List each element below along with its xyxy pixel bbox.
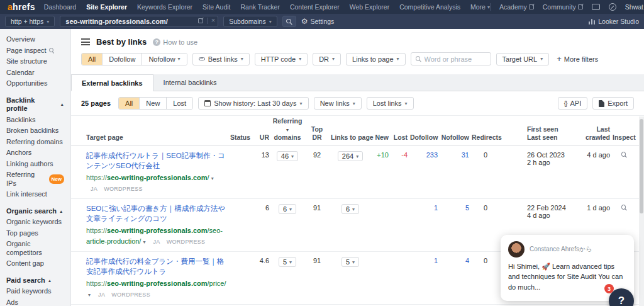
col-status[interactable]: Status [228,133,250,142]
sidebar-item[interactable]: Overview [0,34,70,45]
dr-dropdown[interactable]: DR [313,53,341,65]
sidebar-item[interactable]: Top pages [0,228,70,239]
sidebar-item[interactable]: Organic competitors [0,239,70,258]
referring-domains-dropdown[interactable]: 6 [279,204,296,214]
ahrefs-logo[interactable]: ahrefs [8,2,35,12]
sidebar-item[interactable]: Paid search [0,275,70,286]
sidebar-item[interactable]: Content gap [0,258,70,269]
topnav-item[interactable]: Rank Tracker [240,3,279,11]
topnav-item[interactable]: Site Explorer [86,3,127,11]
sidebar-item[interactable]: Opportunities [0,78,70,89]
export-button[interactable]: Export [592,97,634,110]
target-page-link[interactable]: 記事作成代行の料金プラン・費用一覧｜格安記事作成代行ウルトラ [86,257,228,276]
devices-icon[interactable] [592,4,600,10]
topnav-item[interactable]: Content Explorer [290,3,340,11]
dofollow-count[interactable]: 233 [426,151,438,159]
sidebar-item[interactable]: Backlink profile [0,95,70,115]
sidebar-item[interactable]: Broken backlinks [0,125,70,137]
topnav-item[interactable]: Site Audit [203,3,230,11]
mode-dropdown[interactable]: Subdomains [223,16,277,27]
col-lost[interactable]: Lost [389,133,408,142]
links-to-page-dropdown[interactable]: 6 [341,204,359,214]
lost-links-dropdown[interactable]: Lost links [367,97,414,110]
inspect-icon[interactable] [621,205,627,210]
col-target-page[interactable]: Target page [86,133,228,142]
inspect-icon[interactable] [621,152,627,157]
sidebar-item[interactable]: Calendar [0,67,70,79]
looker-studio-link[interactable]: Looker Studio [589,18,639,25]
sidebar-item[interactable]: Site structure [0,56,70,67]
sidebar-item[interactable]: Ads [0,297,70,306]
sidebar-item[interactable]: Organic keywords [0,217,70,228]
topnav-item[interactable]: Dashboard [44,3,76,11]
sidebar-item[interactable]: Link intersect [0,189,70,200]
links-to-page-filter-dropdown[interactable]: Links to page [346,53,405,65]
filter-all-button[interactable]: All [82,54,103,65]
target-input[interactable] [60,16,218,27]
col-new[interactable]: New [370,133,389,142]
toolbar-lost-button[interactable]: Lost [167,98,192,109]
col-ur[interactable]: UR [250,133,269,142]
col-dofollow[interactable]: Dofollow [408,133,438,142]
toolbar-all-button[interactable]: All [119,98,140,109]
topnav-item[interactable]: Keywords Explorer [137,3,192,11]
chevron-down-icon[interactable] [88,292,91,298]
sidebar-item[interactable]: Referring IPs New [0,169,70,189]
how-to-use-link[interactable]: How to use [153,38,197,46]
chevron-down-icon[interactable] [143,239,145,245]
col-top-dr[interactable]: Top DR [303,125,328,142]
account-menu[interactable]: Shwat Co., Ltd. [625,3,644,11]
sidebar-item[interactable]: Backlinks [0,115,70,126]
settings-button[interactable]: ⚙ Settings [301,17,335,26]
filter-dofollow-button[interactable]: Dofollow [103,54,142,65]
topnav-item[interactable]: Competitive Analysis [399,3,460,11]
show-history-dropdown[interactable]: Show history: Last 30 days [198,97,308,110]
target-url-dropdown[interactable]: Target URL [496,53,550,65]
sidebar-item[interactable]: Page inspect [0,45,70,57]
sidebar-item[interactable]: Anchors [0,147,70,159]
col-redirects[interactable]: Redirects [469,133,499,142]
sidebar-item[interactable]: Linking authors [0,159,70,170]
toolbar-new-button[interactable]: New [140,98,167,109]
target-url-link[interactable]: https://seo-writing-professionals.com/pr… [86,280,226,287]
links-to-page-dropdown[interactable]: 264 [338,151,363,161]
protocol-dropdown[interactable]: http + https [5,16,55,27]
open-in-new-tab-icon[interactable] [198,18,203,23]
academy-link[interactable]: Academy [499,3,534,11]
http-code-dropdown[interactable]: HTTP code [255,53,308,65]
search-button[interactable] [282,16,296,27]
referring-domains-dropdown[interactable]: 5 [279,257,296,267]
scrollbar-thumb[interactable] [640,119,643,213]
referring-domains-dropdown[interactable]: 46 [277,151,298,161]
sidebar-item[interactable]: Referring domains [0,137,70,148]
vertical-scrollbar[interactable] [639,116,644,306]
target-page-link[interactable]: SEOに強い記事の書き方｜構成作成方法や文章ライティングのコツ [86,204,228,224]
menu-icon[interactable] [81,38,90,45]
community-link[interactable]: Community [543,3,583,11]
col-referring-domains[interactable]: Referring domains [269,117,303,142]
target-url-link[interactable]: https://seo-writing-professionals.com/ [86,174,209,181]
best-links-dropdown[interactable]: Best links [192,53,250,65]
filter-nofollow-dropdown[interactable]: Nofollow [142,54,186,65]
col-first-last-seen[interactable]: First seen Last seen [522,125,575,142]
new-links-dropdown[interactable]: New links [314,97,362,110]
tab-internal-backlinks[interactable]: Internal backlinks [153,74,227,91]
tab-external-backlinks[interactable]: External backlinks [71,74,153,91]
word-phrase-input[interactable] [425,55,486,63]
more-filters-button[interactable]: More filters [557,55,598,63]
sidebar-item[interactable]: Paid keywords [0,286,70,297]
topnav-item[interactable]: More [470,3,490,11]
col-nofollow[interactable]: Nofollow [438,133,469,142]
sidebar: Overview Page inspect Site structure C [0,29,71,306]
col-last-crawled[interactable]: Last crawled [575,125,610,142]
nofollow-count[interactable]: 31 [462,151,469,159]
help-compass-icon[interactable] [609,3,616,11]
chevron-down-icon[interactable] [211,176,214,181]
api-button[interactable]: API [558,97,587,110]
clear-input-icon[interactable]: × [211,17,215,24]
topnav-item[interactable]: Web Explorer [350,3,389,11]
target-page-link[interactable]: 記事作成代行ウルトラ｜SEO記事制作・コンテンツSEO代行会社 [86,151,228,171]
sidebar-item[interactable]: Organic search [0,206,70,217]
links-to-page-dropdown[interactable]: 5 [341,257,359,267]
col-links-to-page[interactable]: Links to page [328,133,370,142]
